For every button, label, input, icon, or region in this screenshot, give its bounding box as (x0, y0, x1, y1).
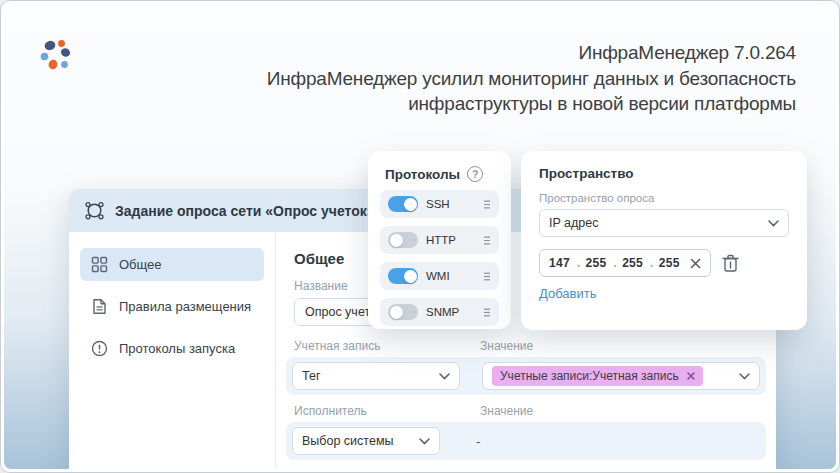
inframanager-logo-icon (37, 36, 79, 78)
page-background: ИнфраМенеджер 7.0.264 ИнфраМенеджер усил… (4, 4, 836, 469)
ip-octet-4[interactable]: 255 (645, 256, 680, 270)
account-type-select[interactable]: Тег (292, 362, 460, 390)
protocol-label: WMI (426, 270, 450, 282)
release-subtitle-line2: инфраструктуры в новой версии платформы (267, 91, 796, 116)
help-icon[interactable]: ? (467, 166, 483, 182)
drag-handle-icon[interactable] (483, 200, 491, 209)
protocol-label: SSH (426, 198, 450, 210)
executor-field-label: Исполнитель (294, 404, 478, 418)
drag-handle-icon[interactable] (483, 272, 491, 281)
ip-octet-3[interactable]: 255 (608, 256, 643, 270)
dialog-sidebar: Общее Правила размещения (69, 232, 276, 469)
space-card: Пространство Пространство опроса IP адре… (521, 151, 807, 330)
chevron-down-icon (419, 438, 430, 445)
sidebar-item-placement-rules[interactable]: Правила размещения (80, 290, 264, 323)
drag-handle-icon[interactable] (483, 308, 491, 317)
space-select-label: Пространство опроса (539, 192, 789, 204)
executor-select[interactable]: Выбор системы (292, 427, 440, 455)
sidebar-item-label: Общее (119, 257, 162, 272)
protocol-row-http: HTTP (380, 226, 499, 254)
sidebar-item-label: Правила размещения (119, 299, 251, 314)
account-field-label: Учетная запись (294, 339, 478, 353)
space-title: Пространство (539, 166, 789, 181)
protocol-label: SNMP (426, 306, 459, 318)
tag-remove-icon[interactable] (687, 372, 695, 380)
trash-icon[interactable] (722, 254, 739, 273)
account-type-value: Тег (302, 369, 320, 383)
release-title: ИнфраМенеджер 7.0.264 (267, 40, 796, 65)
protocol-row-wmi: WMI (380, 262, 499, 290)
drag-handle-icon[interactable] (483, 236, 491, 245)
protocols-card: Протоколы ? SSH HTTP WMI SNMP (368, 151, 511, 329)
alert-circle-icon (91, 340, 108, 357)
sidebar-item-general[interactable]: Общее (80, 248, 264, 281)
chevron-down-icon (768, 220, 779, 227)
screenshot-frame: ИнфраМенеджер 7.0.264 ИнфраМенеджер усил… (0, 0, 840, 473)
release-subtitle-line1: ИнфраМенеджер усилил мониторинг данных и… (267, 66, 796, 91)
clear-icon[interactable] (690, 258, 701, 269)
account-tag-label: Учетные записи:Учетная запись (500, 369, 679, 383)
dialog-title: Задание опроса сети «Опрос учеток» (115, 203, 375, 219)
sidebar-item-launch-protocols[interactable]: Протоколы запуска (80, 332, 264, 365)
protocols-title: Протоколы (385, 167, 460, 182)
protocol-row-snmp: SNMP (380, 298, 499, 326)
chevron-down-icon (739, 373, 750, 380)
ip-address-input[interactable]: 147 255 255 255 (539, 249, 711, 277)
account-value-select[interactable]: Учетные записи:Учетная запись (482, 362, 760, 390)
document-icon (91, 298, 108, 315)
ssh-toggle[interactable] (388, 196, 418, 212)
sidebar-item-label: Протоколы запуска (119, 341, 235, 356)
http-toggle[interactable] (388, 232, 418, 248)
account-row: Тег Учетные записи:Учетная запись (286, 357, 766, 395)
protocol-label: HTTP (426, 234, 456, 246)
space-select[interactable]: IP адрес (539, 209, 789, 237)
snmp-toggle[interactable] (388, 304, 418, 320)
space-select-value: IP адрес (549, 216, 598, 230)
protocol-row-ssh: SSH (380, 190, 499, 218)
chevron-down-icon (439, 373, 450, 380)
grid-icon (91, 256, 108, 273)
account-tag-chip: Учетные записи:Учетная запись (492, 366, 703, 386)
account-value-label: Значение (480, 339, 533, 353)
ip-octet-2[interactable]: 255 (572, 256, 607, 270)
release-header: ИнфраМенеджер 7.0.264 ИнфраМенеджер усил… (267, 40, 796, 116)
ip-octet-1[interactable]: 147 (549, 256, 570, 270)
network-scan-icon (84, 200, 105, 221)
executor-value-label: Значение (480, 404, 533, 418)
executor-row: Выбор системы - (286, 422, 766, 460)
executor-empty-value: - (476, 434, 480, 449)
executor-select-value: Выбор системы (302, 434, 393, 448)
wmi-toggle[interactable] (388, 268, 418, 284)
add-ip-link[interactable]: Добавить (539, 286, 596, 301)
